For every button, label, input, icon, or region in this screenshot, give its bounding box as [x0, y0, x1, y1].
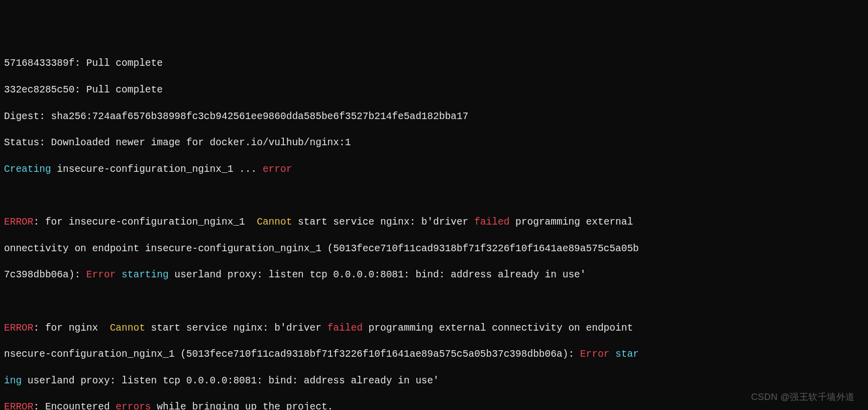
text: [609, 349, 615, 360]
text: star: [615, 349, 639, 360]
creating-line: Creating insecure-configuration_nginx_1 …: [4, 163, 864, 176]
output-line: Digest: sha256:724aaf6576b38998fc3cb9425…: [4, 110, 864, 123]
text: nsecure-configuration_nginx_1 (5013fece7…: [4, 349, 580, 360]
creating-name: insecure-configuration_nginx_1 ...: [51, 164, 263, 175]
error-prefix: ERROR: [4, 323, 34, 334]
creating-status: error: [263, 164, 292, 175]
text: Error: [580, 349, 610, 360]
text: start service nginx: b'driver: [145, 323, 328, 334]
error-line: ing userland proxy: listen tcp 0.0.0.0:8…: [4, 374, 864, 387]
text: : Encountered: [34, 401, 116, 410]
text: userland proxy: listen tcp 0.0.0.0:8081:…: [169, 269, 586, 280]
text: Cannot: [110, 323, 145, 334]
creating-label: Creating: [4, 164, 51, 175]
error-line: ERROR: for insecure-configuration_nginx_…: [4, 216, 864, 229]
output-line: 57168433389f: Pull complete: [4, 57, 864, 70]
output-line: Status: Downloaded newer image for docke…: [4, 136, 864, 149]
text: 7c398dbb06a):: [4, 269, 86, 280]
output-line: 332ec8285c50: Pull complete: [4, 83, 864, 96]
text: programming external connectivity on end…: [363, 323, 639, 334]
error-line: onnectivity on endpoint insecure-configu…: [4, 242, 864, 255]
text: Cannot: [257, 217, 292, 228]
text: errors: [116, 401, 151, 410]
error-line: 7c398dbb06a): Error starting userland pr…: [4, 268, 864, 281]
error-line: ERROR: Encountered errors while bringing…: [4, 400, 864, 410]
text: programming external: [509, 217, 638, 228]
text: Error: [86, 269, 116, 280]
text: failed: [474, 217, 509, 228]
error-prefix: ERROR: [4, 217, 34, 228]
text: userland proxy: listen tcp 0.0.0.0:8081:…: [22, 375, 439, 386]
error-prefix: ERROR: [4, 401, 34, 410]
text: ing: [4, 375, 22, 386]
text: : for nginx: [34, 323, 110, 334]
text: while bringing up the project.: [151, 401, 334, 410]
text: : for insecure-configuration_nginx_1: [34, 217, 257, 228]
error-line: ERROR: for nginx Cannot start service ng…: [4, 322, 864, 335]
error-line: nsecure-configuration_nginx_1 (5013fece7…: [4, 348, 864, 361]
text: [116, 269, 122, 280]
text: failed: [328, 323, 363, 334]
text: start service nginx: b'driver: [292, 217, 474, 228]
text: starting: [122, 269, 169, 280]
